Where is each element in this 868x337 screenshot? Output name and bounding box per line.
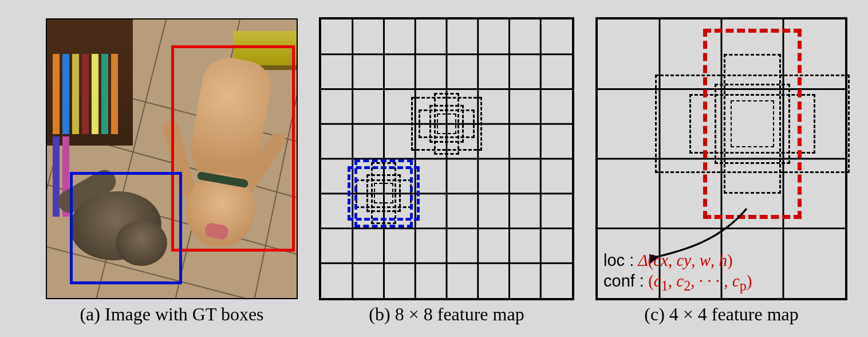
conf-value: (c1, c2, · · · , cp) bbox=[648, 272, 752, 290]
loc-value: Δ(cx, cy, w, h) bbox=[638, 251, 732, 269]
conf-label: conf : bbox=[603, 272, 644, 290]
prediction-labels: loc : Δ(cx, cy, w, h) conf : (c1, c2, · … bbox=[603, 250, 752, 295]
matched-default-box-red bbox=[703, 29, 802, 219]
matched-default-box-blue bbox=[354, 159, 413, 228]
figure: loc : Δ(cx, cy, w, h) conf : (c1, c2, · … bbox=[0, 0, 868, 337]
caption-c: (c) 4 × 4 feature map bbox=[595, 304, 847, 325]
grid-8x8 bbox=[321, 19, 572, 298]
caption-a: (a) Image with GT boxes bbox=[46, 304, 298, 325]
panel-c-4x4: loc : Δ(cx, cy, w, h) conf : (c1, c2, · … bbox=[595, 17, 847, 300]
loc-label: loc : bbox=[603, 251, 634, 269]
books bbox=[53, 54, 124, 134]
default-box bbox=[411, 97, 482, 151]
caption-b: (b) 8 × 8 feature map bbox=[319, 304, 574, 325]
gt-box-dog bbox=[171, 45, 295, 252]
gt-box-cat bbox=[70, 172, 182, 284]
panel-a-image bbox=[46, 18, 298, 299]
panel-b-8x8 bbox=[319, 17, 574, 300]
bookshelf bbox=[47, 19, 133, 146]
